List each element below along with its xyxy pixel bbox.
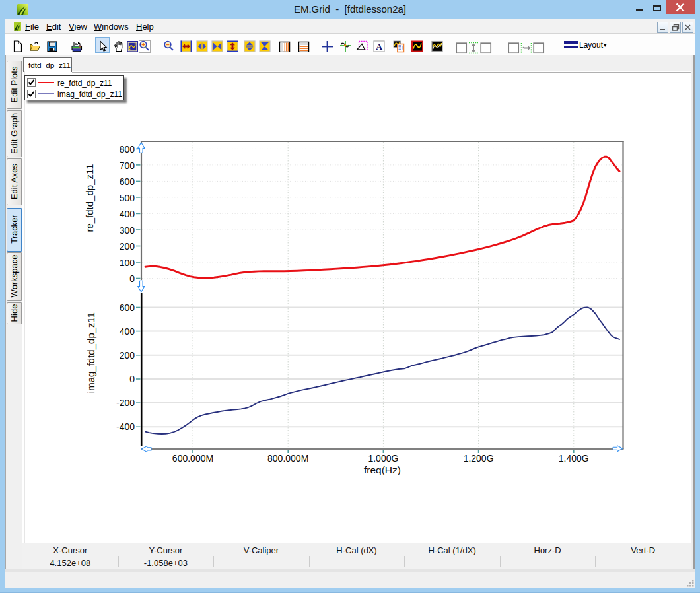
svg-text:freq(Hz): freq(Hz) (364, 464, 401, 475)
svg-text:200: 200 (120, 241, 135, 252)
svg-text:1.000G: 1.000G (368, 453, 398, 464)
svg-text:700: 700 (120, 160, 135, 171)
svg-text:re_fdtd_dp_z11: re_fdtd_dp_z11 (84, 164, 95, 232)
svg-text:400: 400 (120, 326, 135, 337)
svg-text:-400: -400 (116, 421, 135, 432)
svg-text:800.000M: 800.000M (267, 453, 308, 464)
svg-text:400: 400 (120, 209, 135, 219)
svg-text:100: 100 (120, 258, 135, 268)
svg-text:600.000M: 600.000M (172, 453, 213, 464)
svg-text:600: 600 (120, 176, 135, 187)
svg-text:600: 600 (120, 302, 135, 313)
svg-text:0: 0 (129, 374, 135, 384)
svg-text:800: 800 (120, 144, 135, 155)
svg-text:300: 300 (120, 225, 135, 236)
svg-text:0: 0 (129, 273, 135, 284)
svg-text:500: 500 (120, 193, 135, 203)
svg-text:200: 200 (120, 350, 135, 361)
svg-text:-200: -200 (116, 398, 135, 408)
svg-text:1.400G: 1.400G (559, 453, 589, 464)
svg-text:1.200G: 1.200G (464, 453, 494, 464)
svg-text:imag_fdtd_dp_z11: imag_fdtd_dp_z11 (85, 312, 96, 393)
